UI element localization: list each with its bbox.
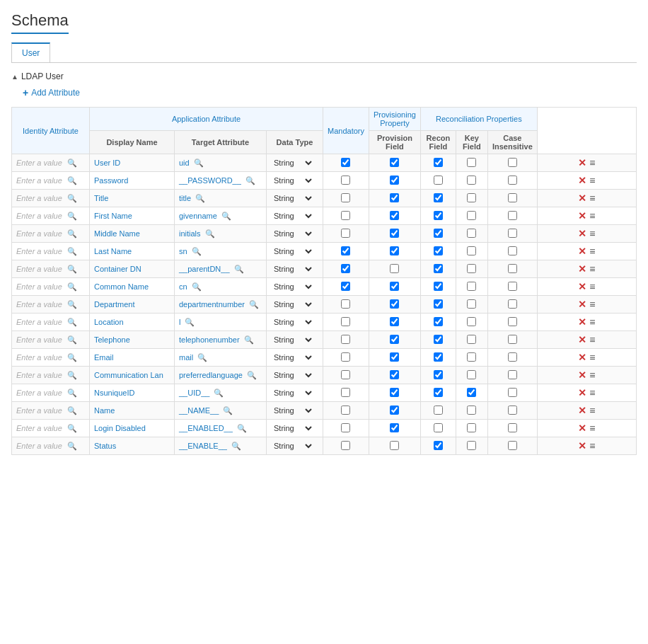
delete-button[interactable]: ✕ — [578, 281, 586, 292]
recon-checkbox[interactable] — [434, 264, 443, 273]
mandatory-checkbox[interactable] — [341, 317, 350, 326]
provision-checkbox[interactable] — [390, 158, 399, 167]
menu-button[interactable]: ≡ — [589, 334, 595, 345]
menu-button[interactable]: ≡ — [589, 299, 595, 310]
key-checkbox[interactable] — [467, 406, 476, 415]
recon-checkbox[interactable] — [434, 211, 443, 220]
identity-input[interactable] — [16, 176, 66, 185]
case-checkbox[interactable] — [508, 264, 517, 273]
target-search-icon[interactable]: 🔍 — [237, 424, 247, 433]
datatype-select[interactable]: String Number Boolean — [271, 158, 314, 168]
mandatory-checkbox[interactable] — [341, 299, 350, 309]
recon-checkbox[interactable] — [434, 299, 443, 309]
datatype-select[interactable]: String Number Boolean — [271, 388, 314, 398]
provision-checkbox[interactable] — [390, 388, 399, 397]
mandatory-checkbox[interactable] — [341, 193, 350, 202]
provision-checkbox[interactable] — [390, 176, 399, 185]
recon-checkbox[interactable] — [434, 335, 443, 344]
target-search-icon[interactable]: 🔍 — [214, 389, 224, 398]
datatype-select[interactable]: String Number Boolean — [271, 317, 314, 327]
recon-checkbox[interactable] — [434, 406, 443, 415]
provision-checkbox[interactable] — [390, 370, 399, 379]
target-search-icon[interactable]: 🔍 — [205, 229, 215, 238]
delete-button[interactable]: ✕ — [578, 405, 586, 416]
provision-checkbox[interactable] — [390, 193, 399, 202]
identity-input[interactable] — [16, 265, 66, 273]
mandatory-checkbox[interactable] — [341, 352, 350, 362]
case-checkbox[interactable] — [508, 317, 517, 326]
case-checkbox[interactable] — [508, 282, 517, 291]
key-checkbox[interactable] — [467, 370, 476, 379]
provision-checkbox[interactable] — [390, 335, 399, 344]
mandatory-checkbox[interactable] — [341, 264, 350, 273]
datatype-select[interactable]: String Number Boolean — [271, 211, 314, 221]
search-icon[interactable]: 🔍 — [67, 424, 77, 433]
provision-checkbox[interactable] — [390, 211, 399, 220]
datatype-select[interactable]: String Number Boolean — [271, 299, 314, 309]
search-icon[interactable]: 🔍 — [67, 300, 77, 309]
identity-input[interactable] — [16, 389, 66, 397]
key-checkbox[interactable] — [467, 158, 476, 167]
identity-input[interactable] — [16, 424, 66, 432]
provision-checkbox[interactable] — [390, 352, 399, 362]
search-icon[interactable]: 🔍 — [67, 442, 77, 451]
mandatory-checkbox[interactable] — [341, 441, 350, 450]
case-checkbox[interactable] — [508, 193, 517, 202]
datatype-select[interactable]: String Number Boolean — [271, 176, 314, 185]
datatype-select[interactable]: String Number Boolean — [271, 282, 314, 292]
case-checkbox[interactable] — [508, 352, 517, 362]
case-checkbox[interactable] — [508, 441, 517, 450]
datatype-select[interactable]: String Number Boolean — [271, 370, 314, 380]
datatype-select[interactable]: String Number Boolean — [271, 441, 314, 451]
target-search-icon[interactable]: 🔍 — [234, 265, 244, 274]
tab-user[interactable]: User — [11, 42, 50, 62]
mandatory-checkbox[interactable] — [341, 335, 350, 344]
recon-checkbox[interactable] — [434, 246, 443, 255]
delete-button[interactable]: ✕ — [578, 387, 586, 398]
key-checkbox[interactable] — [467, 388, 476, 397]
recon-checkbox[interactable] — [434, 370, 443, 379]
recon-checkbox[interactable] — [434, 441, 443, 450]
key-checkbox[interactable] — [467, 264, 476, 273]
datatype-select[interactable]: String Number Boolean — [271, 193, 314, 203]
menu-button[interactable]: ≡ — [589, 228, 595, 239]
add-attribute-button[interactable]: + Add Attribute — [23, 87, 637, 98]
key-checkbox[interactable] — [467, 229, 476, 238]
datatype-select[interactable]: String Number Boolean — [271, 406, 314, 415]
datatype-select[interactable]: String Number Boolean — [271, 352, 314, 362]
mandatory-checkbox[interactable] — [341, 211, 350, 220]
delete-button[interactable]: ✕ — [578, 175, 586, 186]
search-icon[interactable]: 🔍 — [67, 194, 77, 203]
identity-input[interactable] — [16, 159, 66, 167]
delete-button[interactable]: ✕ — [578, 192, 586, 204]
provision-checkbox[interactable] — [390, 264, 399, 273]
search-icon[interactable]: 🔍 — [67, 353, 77, 362]
case-checkbox[interactable] — [508, 388, 517, 397]
menu-button[interactable]: ≡ — [589, 405, 595, 416]
identity-input[interactable] — [16, 442, 66, 450]
mandatory-checkbox[interactable] — [341, 406, 350, 415]
collapse-arrow[interactable]: ▲ — [11, 73, 18, 81]
recon-checkbox[interactable] — [434, 352, 443, 362]
delete-button[interactable]: ✕ — [578, 263, 586, 275]
provision-checkbox[interactable] — [390, 441, 399, 450]
delete-button[interactable]: ✕ — [578, 228, 586, 239]
key-checkbox[interactable] — [467, 352, 476, 362]
mandatory-checkbox[interactable] — [341, 388, 350, 397]
key-checkbox[interactable] — [467, 335, 476, 344]
provision-checkbox[interactable] — [390, 229, 399, 238]
recon-checkbox[interactable] — [434, 176, 443, 185]
provision-checkbox[interactable] — [390, 423, 399, 432]
provision-checkbox[interactable] — [390, 317, 399, 326]
identity-input[interactable] — [16, 371, 66, 379]
case-checkbox[interactable] — [508, 246, 517, 255]
target-search-icon[interactable]: 🔍 — [192, 247, 202, 256]
provision-checkbox[interactable] — [390, 406, 399, 415]
delete-button[interactable]: ✕ — [578, 316, 586, 328]
target-search-icon[interactable]: 🔍 — [192, 282, 202, 292]
target-search-icon[interactable]: 🔍 — [221, 212, 231, 221]
case-checkbox[interactable] — [508, 158, 517, 167]
search-icon[interactable]: 🔍 — [67, 335, 77, 345]
identity-input[interactable] — [16, 335, 66, 344]
identity-input[interactable] — [16, 282, 66, 291]
